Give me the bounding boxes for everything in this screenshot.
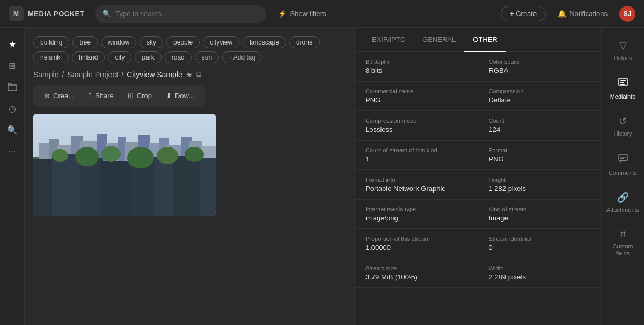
svg-rect-21 <box>52 154 82 216</box>
sidebar-mediainfo[interactable]: Mediainfo <box>602 69 644 108</box>
svg-point-31 <box>157 147 178 164</box>
filter-icon: ⚡ <box>278 10 287 18</box>
comments-icon <box>618 153 628 166</box>
meta-value-compressionmode: Lossless <box>365 125 467 134</box>
sidebar-item-folder[interactable] <box>3 77 22 97</box>
create-variant-button[interactable]: ⊕ Crea... <box>38 88 80 103</box>
main-layout: ★ ⊞ ◷ 🔍 ··· building tree window sky peo… <box>0 28 644 325</box>
sidebar-comments[interactable]: Comments <box>602 145 644 184</box>
sidebar-item-clock[interactable]: ◷ <box>3 99 22 118</box>
meta-cell-format: Format PNG <box>478 141 602 169</box>
tag-building[interactable]: building <box>33 36 69 48</box>
meta-label-kindofstream: Kind of stream <box>489 206 591 212</box>
topnav: M MEDIA POCKET 🔍 ⚡ Show filters + Create… <box>0 0 644 28</box>
meta-cell-width: Width 2 289 pixels <box>478 258 602 287</box>
sidebar-history[interactable]: ↺ History <box>602 108 644 145</box>
svg-rect-35 <box>620 80 626 81</box>
logo-box: M <box>9 6 24 21</box>
logo-area: M MEDIA POCKET <box>9 6 84 21</box>
notifications-button[interactable]: 🔔 Notifications <box>552 6 613 21</box>
sidebar-custom-fields[interactable]: ⌗ Custom fields <box>602 221 644 264</box>
svg-rect-39 <box>620 157 626 158</box>
svg-rect-23 <box>100 161 133 216</box>
add-tag-button[interactable]: + Add tag <box>222 51 261 63</box>
tab-exif[interactable]: EXIF/IPTC <box>363 28 414 52</box>
tag-sun[interactable]: sun <box>195 51 219 63</box>
breadcrumb-copy-icon[interactable]: ⧉ <box>196 70 201 79</box>
svg-point-32 <box>185 147 204 162</box>
breadcrumb-part-sample[interactable]: Sample <box>33 70 58 79</box>
show-filters-button[interactable]: ⚡ Show filters <box>273 6 331 21</box>
avatar[interactable]: SJ <box>619 6 635 22</box>
tag-landscape[interactable]: landscape <box>243 36 286 48</box>
search-bar[interactable]: 🔍 <box>95 5 266 23</box>
meta-cell-proportion: Proportion of this stream 1.00000 <box>355 229 478 258</box>
meta-value-bitdepth: 8 bits <box>365 67 467 75</box>
meta-row-mediatype: Internet media type image/png Kind of st… <box>355 200 601 229</box>
meta-cell-compression: Compression Deflate <box>478 82 602 110</box>
tag-drone[interactable]: drone <box>289 36 320 48</box>
tag-city[interactable]: city <box>108 51 131 63</box>
meta-label-count: Count <box>489 117 591 124</box>
meta-row-proportion: Proportion of this stream 1.00000 Stream… <box>355 229 601 258</box>
history-label: History <box>613 130 632 137</box>
crop-icon: ⊡ <box>128 92 134 100</box>
meta-label-compressionmode: Compression mode <box>365 117 467 124</box>
sidebar-item-star[interactable]: ★ <box>3 34 22 54</box>
breadcrumb-star-icon[interactable]: ★ <box>186 70 193 79</box>
meta-value-compression: Deflate <box>489 96 591 104</box>
meta-value-height: 1 282 pixels <box>489 184 591 193</box>
svg-rect-37 <box>620 84 625 85</box>
mediainfo-label: Mediainfo <box>610 93 636 100</box>
crop-button[interactable]: ⊡ Crop <box>121 88 158 103</box>
meta-cell-height: Height 1 282 pixels <box>478 170 602 199</box>
meta-label-formatinfo: Format info <box>365 176 467 183</box>
tab-other[interactable]: OTHER <box>464 28 506 52</box>
sidebar-item-more[interactable]: ··· <box>3 142 22 161</box>
meta-label-proportion: Proportion of this stream <box>365 235 467 242</box>
svg-rect-25 <box>154 159 175 216</box>
svg-rect-38 <box>619 154 627 161</box>
sidebar-attachments[interactable]: 🔗 Attachments <box>602 184 644 221</box>
meta-cell-commercialname: Commercial name PNG <box>355 82 478 110</box>
tag-tree[interactable]: tree <box>72 36 98 48</box>
meta-label-mediatype: Internet media type <box>365 206 467 212</box>
meta-label-commercialname: Commercial name <box>365 88 467 94</box>
breadcrumb-current: Cityview Sample <box>127 70 182 79</box>
meta-cell-formatinfo: Format info Portable Network Graphic <box>355 170 478 199</box>
meta-cell-streamsize: Stream size 3.79 MiB (100%) <box>355 258 478 287</box>
tag-cityview[interactable]: cityview <box>203 36 239 48</box>
search-input[interactable] <box>115 10 259 18</box>
download-button[interactable]: ⬇ Dow... <box>159 88 201 103</box>
meta-cell-colorspace: Color space RGBA <box>478 52 602 81</box>
tag-sky[interactable]: sky <box>140 36 163 48</box>
meta-value-colorspace: RGBA <box>489 67 591 75</box>
tag-helsinki[interactable]: helsinki <box>33 51 69 63</box>
sidebar-details[interactable]: ▽ Details <box>602 32 644 69</box>
create-button[interactable]: + Create <box>501 6 546 21</box>
sidebar-item-grid[interactable]: ⊞ <box>3 56 22 75</box>
tag-finland[interactable]: finland <box>72 51 105 63</box>
share-button[interactable]: ⤴ Share <box>82 88 120 103</box>
share-icon: ⤴ <box>88 92 92 100</box>
tab-general[interactable]: GENERAL <box>414 28 464 52</box>
breadcrumb-part-project[interactable]: Sample Project <box>67 70 118 79</box>
tag-window[interactable]: window <box>101 36 136 48</box>
tag-road[interactable]: road <box>165 51 192 63</box>
svg-point-30 <box>127 147 154 168</box>
svg-point-28 <box>75 147 99 166</box>
tag-people[interactable]: people <box>166 36 200 48</box>
sidebar-item-search[interactable]: 🔍 <box>3 120 22 139</box>
custom-fields-label: Custom fields <box>606 243 640 257</box>
meta-label-width: Width <box>489 265 591 271</box>
meta-label-streamcount: Count of stream of this kind <box>365 147 467 153</box>
svg-rect-36 <box>620 82 624 83</box>
meta-row-bitdepth: Bit depth 8 bits Color space RGBA <box>355 52 601 82</box>
meta-cell-kindofstream: Kind of stream Image <box>478 200 602 228</box>
meta-value-streamid: 0 <box>489 243 591 252</box>
meta-value-streamsize: 3.79 MiB (100%) <box>365 273 467 281</box>
tag-park[interactable]: park <box>135 51 161 63</box>
meta-value-count: 124 <box>489 125 591 134</box>
meta-value-commercialname: PNG <box>365 96 467 104</box>
comments-label: Comments <box>609 169 637 176</box>
